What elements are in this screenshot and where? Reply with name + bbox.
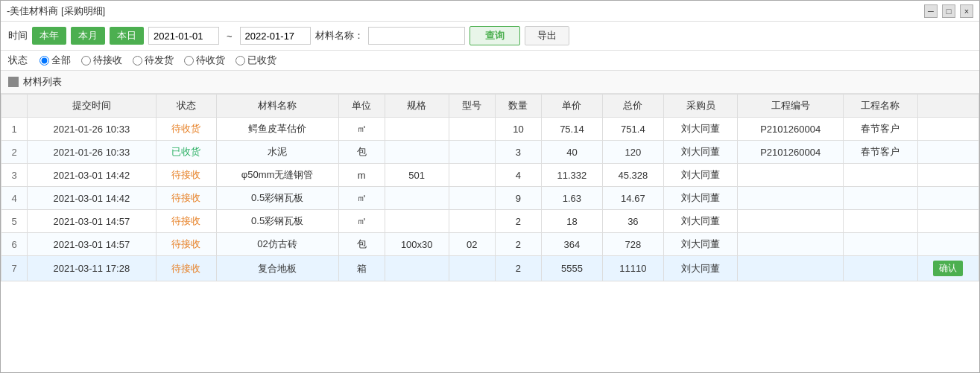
cell-total-price: 14.67 [602,187,663,210]
col-status: 状态 [156,95,216,118]
cell-model [449,164,495,187]
cell-index: 3 [1,164,28,187]
cell-project-name [843,210,917,233]
status-option-collected[interactable]: 已收货 [235,54,276,67]
cell-buyer: 刘大同董 [663,141,738,164]
col-total-price: 总价 [602,95,663,118]
cell-unit-price: 11.332 [541,164,602,187]
cell-material: 02仿古砖 [216,233,338,256]
cell-status: 已收货 [156,141,216,164]
cell-time: 2021-03-01 14:57 [27,233,156,256]
col-time: 提交时间 [27,95,156,118]
status-option-pending-receive[interactable]: 待接收 [81,54,122,67]
cell-buyer: 刘大同董 [663,118,738,141]
col-qty: 数量 [495,95,541,118]
cell-time: 2021-03-01 14:57 [27,210,156,233]
cell-unit-price: 75.14 [541,118,602,141]
cell-unit-price: 1.63 [541,187,602,210]
cell-project-name [843,256,917,281]
col-material: 材料名称 [216,95,338,118]
status-label: 状态 [8,54,28,67]
day-button[interactable]: 本日 [110,27,144,45]
window-title: -美佳材料商 [采购明细] [7,4,105,18]
cell-index: 7 [1,256,28,281]
cell-buyer: 刘大同董 [663,210,738,233]
status-option-all[interactable]: 全部 [39,54,71,67]
cell-material: 复合地板 [216,256,338,281]
cell-model [449,118,495,141]
date-start-input[interactable] [148,27,219,45]
tilde-separator: ~ [227,31,233,42]
cell-index: 2 [1,141,28,164]
cell-buyer: 刘大同董 [663,187,738,210]
material-name-input[interactable] [368,27,465,45]
col-model: 型号 [449,95,495,118]
cell-total-price: 728 [602,233,663,256]
status-pending-collect-label: 待收货 [196,54,225,67]
time-label: 时间 [8,29,28,42]
cell-qty: 9 [495,187,541,210]
status-option-pending-collect[interactable]: 待收货 [184,54,225,67]
status-collected-label: 已收货 [247,54,276,67]
cell-buyer: 刘大同董 [663,164,738,187]
cell-qty: 4 [495,164,541,187]
cell-action[interactable]: 确认 [917,256,979,281]
table-row: 6 2021-03-01 14:57 待接收 02仿古砖 包 100x30 02… [1,233,979,256]
status-option-pending-ship[interactable]: 待发货 [133,54,174,67]
cell-action [917,233,979,256]
cell-status: 待接收 [156,256,216,281]
cell-time: 2021-03-01 14:42 [27,187,156,210]
table-row: 4 2021-03-01 14:42 待接收 0.5彩钢瓦板 ㎡ 9 1.63 … [1,187,979,210]
cell-model [449,141,495,164]
query-button[interactable]: 查询 [470,26,520,45]
cell-status: 待接收 [156,164,216,187]
year-button[interactable]: 本年 [32,27,66,45]
cell-total-price: 45.328 [602,164,663,187]
cell-qty: 2 [495,210,541,233]
cell-project-name: 春节客户 [843,118,917,141]
col-action [917,95,979,118]
month-button[interactable]: 本月 [71,27,105,45]
cell-index: 6 [1,233,28,256]
cell-material: 0.5彩钢瓦板 [216,187,338,210]
cell-action [917,118,979,141]
col-unit-price: 单价 [541,95,602,118]
minimize-button[interactable]: ─ [924,4,938,18]
cell-index: 1 [1,118,28,141]
table-container: 提交时间 状态 材料名称 单位 规格 型号 数量 单价 总价 采购员 工程编号 … [1,94,979,372]
cell-project-no [738,210,843,233]
cell-index: 4 [1,187,28,210]
cell-spec: 100x30 [385,233,449,256]
material-label: 材料名称： [315,29,364,42]
cell-project-name [843,164,917,187]
cell-spec [385,256,449,281]
close-button[interactable]: × [960,4,973,18]
cell-buyer: 刘大同董 [663,233,738,256]
cell-status: 待收货 [156,118,216,141]
cell-total-price: 11110 [602,256,663,281]
cell-material: 鳄鱼皮革估价 [216,118,338,141]
cell-spec [385,187,449,210]
cell-spec [385,210,449,233]
cell-unit: ㎡ [338,187,385,210]
restore-button[interactable]: □ [942,4,955,18]
cell-material: 水泥 [216,141,338,164]
confirm-button[interactable]: 确认 [933,261,963,276]
cell-project-name [843,187,917,210]
cell-unit: ㎡ [338,118,385,141]
cell-buyer: 刘大同董 [663,256,738,281]
title-bar: -美佳材料商 [采购明细] ─ □ × [1,1,979,22]
export-button[interactable]: 导出 [525,26,569,45]
col-unit: 单位 [338,95,385,118]
table-row: 5 2021-03-01 14:57 待接收 0.5彩钢瓦板 ㎡ 2 18 36… [1,210,979,233]
cell-status: 待接收 [156,187,216,210]
col-spec: 规格 [385,95,449,118]
cell-qty: 2 [495,256,541,281]
cell-unit: m [338,164,385,187]
date-end-input[interactable] [240,27,311,45]
material-table: 提交时间 状态 材料名称 单位 规格 型号 数量 单价 总价 采购员 工程编号 … [1,94,979,281]
cell-action [917,210,979,233]
table-header-row: 提交时间 状态 材料名称 单位 规格 型号 数量 单价 总价 采购员 工程编号 … [1,95,979,118]
cell-spec [385,118,449,141]
cell-time: 2021-01-26 10:33 [27,118,156,141]
